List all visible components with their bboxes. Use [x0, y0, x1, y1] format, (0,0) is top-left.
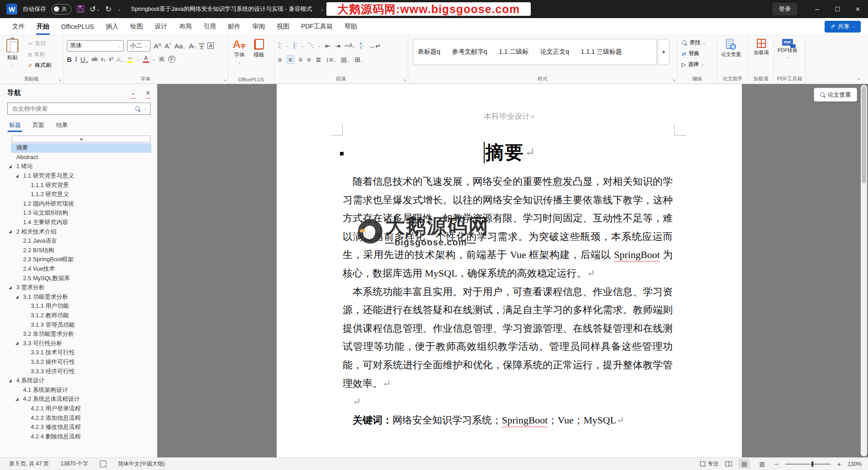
nav-tab-结果[interactable]: 结果 — [56, 121, 68, 132]
outline-item[interactable]: 摘要 — [0, 143, 157, 153]
redo-button[interactable]: ↻ — [105, 5, 112, 13]
menu-item-帮助[interactable]: 帮助 — [339, 18, 363, 35]
search-input[interactable] — [11, 105, 132, 113]
menu-item-OfficePLUS[interactable]: OfficePLUS — [55, 18, 100, 35]
bullet-list-chevron-icon[interactable]: ⌄ — [286, 44, 289, 48]
outline-item[interactable]: 1.4 主要研究内容 — [0, 218, 157, 227]
menu-item-引用[interactable]: 引用 — [198, 18, 222, 35]
style-item[interactable]: 表标题q — [418, 48, 440, 56]
menu-item-PDF工具箱[interactable]: PDF工具箱 — [295, 18, 339, 35]
officeplus-font-button[interactable]: A字 字体 ⌄ — [233, 39, 245, 64]
outline-item[interactable]: 4 系统设计 — [0, 376, 157, 385]
italic-button[interactable]: I — [75, 56, 77, 63]
save-icon[interactable] — [77, 5, 84, 13]
outline-item[interactable]: 3.3.1 技术可行性 — [0, 348, 157, 357]
copy-button[interactable]: ⧉复制 — [28, 51, 51, 58]
zoom-level[interactable]: 130% — [848, 461, 862, 467]
outline-item[interactable]: 1.2 国内外研究现状 — [0, 199, 157, 209]
style-item[interactable]: 论文正文q — [540, 48, 569, 56]
outline-item[interactable]: 4.2.4 删除信息流程 — [0, 432, 157, 441]
title-dropdown-icon[interactable]: ⌄ — [321, 7, 324, 12]
bullet-list-button[interactable]: •— •— •— — [278, 42, 282, 49]
word-logo-icon[interactable]: W — [6, 4, 17, 14]
menu-item-审阅[interactable]: 审阅 — [246, 18, 271, 35]
outline-item[interactable]: 4.2 系统总体流程设计 — [0, 395, 157, 404]
outline-item[interactable]: 1 绪论 — [0, 162, 157, 171]
clipboard-dialog-launcher-icon[interactable]: ↘ — [58, 78, 61, 82]
collapse-triangle-icon[interactable] — [15, 342, 19, 345]
styles-dialog-launcher-icon[interactable]: ↘ — [672, 78, 675, 82]
nav-pane-chevron-icon[interactable]: ⌄ — [131, 89, 136, 96]
underline-button[interactable]: U⌄ — [80, 56, 89, 63]
outline-item[interactable]: 3.2 非功能需求分析 — [0, 329, 157, 339]
outline-item[interactable]: 3.1 功能需求分析 — [0, 292, 157, 302]
nav-pane-close-icon[interactable]: ✕ — [146, 89, 151, 96]
distribute-button[interactable]: ≣ — [316, 56, 321, 63]
collapse-ribbon-icon[interactable]: ⌄ — [857, 75, 861, 81]
outline-item[interactable]: 2.4 Vue技术 — [0, 264, 157, 274]
nav-tab-标题[interactable]: 标题 — [9, 121, 21, 132]
multilevel-list-button[interactable]: •— •— • — [308, 42, 314, 49]
superscript-button[interactable]: x² — [108, 56, 113, 62]
font-color-chevron-icon[interactable]: ⌄ — [152, 57, 156, 61]
phonetic-guide-button[interactable]: wén文 — [199, 42, 205, 50]
outline-item[interactable]: 4.2.1 用户登录流程 — [0, 404, 157, 414]
font-name-select[interactable]: 黑体⌄ — [67, 40, 124, 52]
thesis-check-button[interactable]: 论文查重 — [721, 39, 741, 58]
clear-formatting-button[interactable]: A◊ — [189, 42, 195, 49]
pdf-convert-button[interactable]: PDF PDF转换 ⌄ — [778, 39, 797, 59]
document-body[interactable]: 随着信息技术的飞速发展，网络安全的重要性愈发凸显，对相关知识的学习需求也呈爆发式… — [343, 173, 673, 429]
focus-mode-button[interactable]: 专注 — [700, 460, 718, 468]
word-count-status[interactable]: 13870 个字 — [61, 460, 88, 468]
cut-button[interactable]: ✂剪切 — [28, 40, 51, 47]
shading-button[interactable]: ▦⌄ — [341, 56, 350, 63]
outline-item[interactable]: 1.1 研究背景与意义 — [0, 171, 157, 181]
numbered-list-chevron-icon[interactable]: ⌄ — [301, 44, 304, 48]
collapse-triangle-icon[interactable] — [9, 165, 12, 168]
zoom-slider[interactable] — [785, 464, 830, 465]
select-button[interactable]: ▷选择⌄ — [682, 61, 706, 68]
outline-item[interactable]: Abstract — [0, 153, 157, 162]
minimize-button[interactable]: ─ — [807, 0, 827, 18]
increase-indent-button[interactable]: ⇥ — [335, 42, 340, 49]
document-page[interactable]: 本科毕业设计↵ 摘要 ↵ 随着信息技术的飞速发展，网络安全的重要性愈发凸显，对相… — [277, 84, 742, 457]
menu-item-文件[interactable]: 文件 — [6, 18, 31, 35]
read-mode-button[interactable] — [725, 461, 732, 466]
outline-item[interactable]: 1.3 论文组织结构 — [0, 208, 157, 218]
outline-item[interactable]: 3.3.2 操作可行性 — [0, 357, 157, 367]
menu-item-设计[interactable]: 设计 — [149, 18, 173, 35]
align-right-button[interactable]: ≡ — [299, 56, 303, 63]
collapse-triangle-icon[interactable] — [9, 230, 12, 233]
show-marks-button[interactable]: →↵ — [368, 42, 381, 49]
borders-button[interactable]: ⊞⌄ — [355, 56, 363, 63]
outline-item[interactable]: 2 相关技术介绍 — [0, 227, 157, 236]
proofing-errors-icon[interactable] — [100, 461, 106, 467]
page-number-status[interactable]: 第 5 页, 共 47 页 — [9, 460, 49, 468]
addins-button[interactable]: 加载项 — [753, 39, 770, 56]
outline-item[interactable]: 4.2.2 添加信息流程 — [0, 413, 157, 423]
jump-to-top-bar[interactable] — [12, 136, 151, 142]
outline-item[interactable]: 1.1.1 研究背景 — [0, 180, 157, 190]
outline-item[interactable]: 4.2.3 修改信息流程 — [0, 423, 157, 432]
outline-item[interactable]: 2.5 MySQL数据库 — [0, 273, 157, 283]
menu-item-绘图[interactable]: 绘图 — [124, 18, 149, 35]
collapse-triangle-icon[interactable] — [9, 286, 12, 289]
format-painter-button[interactable]: ✐格式刷 — [28, 61, 51, 69]
web-layout-button[interactable]: ▥ — [756, 459, 767, 469]
language-status[interactable]: 简体中文(中国大陆) — [118, 460, 165, 468]
outline-item[interactable]: 2.3 SpringBoot框架 — [0, 255, 157, 264]
menu-item-布局[interactable]: 布局 — [173, 18, 198, 35]
plagiarism-check-button[interactable]: 论文查重 — [814, 88, 857, 102]
style-item[interactable]: 1.1.1 三级标题 — [581, 48, 622, 56]
character-shading-button[interactable]: A — [159, 56, 165, 62]
align-center-button[interactable]: ≡ — [287, 55, 294, 64]
align-left-button[interactable]: ≡ — [278, 56, 282, 63]
nav-search-box[interactable]: ⌄ — [7, 103, 151, 115]
outline-item[interactable]: 3 需求分析 — [0, 283, 157, 292]
outline-item[interactable]: 3.1.2 教师功能 — [0, 311, 157, 320]
close-button[interactable]: ✕ — [848, 0, 868, 18]
zoom-slider-thumb[interactable] — [811, 461, 813, 467]
document-heading[interactable]: 摘要 ↵ — [277, 140, 742, 165]
share-button[interactable]: ⇗ 共享 ⌄ — [825, 21, 861, 33]
shrink-font-button[interactable]: Aˇ — [165, 42, 171, 49]
